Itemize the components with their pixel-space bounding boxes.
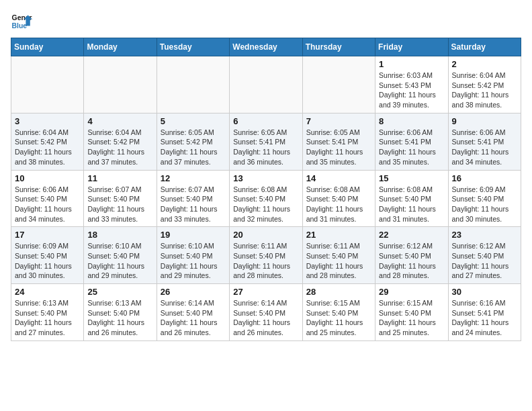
empty-cell [230, 56, 302, 113]
day-info: Sunrise: 6:04 AM Sunset: 5:42 PM Dayligh… [15, 128, 80, 167]
empty-cell [157, 56, 229, 113]
day-info: Sunrise: 6:10 AM Sunset: 5:40 PM Dayligh… [87, 241, 152, 281]
week-row-2: 3Sunrise: 6:04 AM Sunset: 5:42 PM Daylig… [11, 113, 521, 170]
day-cell-19: 19Sunrise: 6:10 AM Sunset: 5:40 PM Dayli… [157, 227, 229, 284]
day-number: 12 [161, 173, 226, 183]
day-number: 23 [452, 230, 517, 240]
day-cell-4: 4Sunrise: 6:04 AM Sunset: 5:42 PM Daylig… [84, 113, 157, 170]
day-info: Sunrise: 6:05 AM Sunset: 5:42 PM Dayligh… [161, 128, 226, 167]
day-number: 18 [87, 230, 152, 240]
day-cell-2: 2Sunrise: 6:04 AM Sunset: 5:42 PM Daylig… [448, 56, 521, 113]
day-number: 27 [233, 287, 298, 297]
day-info: Sunrise: 6:04 AM Sunset: 5:42 PM Dayligh… [87, 128, 152, 167]
day-cell-16: 16Sunrise: 6:09 AM Sunset: 5:40 PM Dayli… [448, 170, 521, 227]
day-info: Sunrise: 6:14 AM Sunset: 5:40 PM Dayligh… [161, 298, 226, 338]
day-cell-1: 1Sunrise: 6:03 AM Sunset: 5:43 PM Daylig… [375, 56, 448, 113]
day-number: 3 [15, 116, 80, 126]
day-info: Sunrise: 6:10 AM Sunset: 5:40 PM Dayligh… [161, 241, 226, 281]
weekday-header-row: SundayMondayTuesdayWednesdayThursdayFrid… [11, 38, 521, 56]
empty-cell [302, 56, 375, 113]
day-info: Sunrise: 6:08 AM Sunset: 5:40 PM Dayligh… [306, 185, 371, 224]
day-number: 8 [379, 116, 444, 126]
day-cell-24: 24Sunrise: 6:13 AM Sunset: 5:40 PM Dayli… [11, 284, 84, 341]
day-info: Sunrise: 6:06 AM Sunset: 5:40 PM Dayligh… [15, 185, 80, 224]
day-number: 1 [379, 59, 444, 69]
day-cell-28: 28Sunrise: 6:15 AM Sunset: 5:40 PM Dayli… [302, 284, 375, 341]
day-info: Sunrise: 6:06 AM Sunset: 5:41 PM Dayligh… [452, 128, 517, 167]
day-info: Sunrise: 6:13 AM Sunset: 5:40 PM Dayligh… [87, 298, 152, 338]
day-cell-10: 10Sunrise: 6:06 AM Sunset: 5:40 PM Dayli… [11, 170, 84, 227]
day-cell-26: 26Sunrise: 6:14 AM Sunset: 5:40 PM Dayli… [157, 284, 229, 341]
week-row-3: 10Sunrise: 6:06 AM Sunset: 5:40 PM Dayli… [11, 170, 521, 227]
day-cell-13: 13Sunrise: 6:08 AM Sunset: 5:40 PM Dayli… [230, 170, 302, 227]
calendar-table: SundayMondayTuesdayWednesdayThursdayFrid… [11, 38, 521, 341]
day-number: 16 [452, 173, 517, 183]
day-info: Sunrise: 6:05 AM Sunset: 5:41 PM Dayligh… [233, 128, 298, 167]
day-cell-15: 15Sunrise: 6:08 AM Sunset: 5:40 PM Dayli… [375, 170, 448, 227]
day-cell-5: 5Sunrise: 6:05 AM Sunset: 5:42 PM Daylig… [157, 113, 229, 170]
day-number: 7 [306, 116, 371, 126]
day-info: Sunrise: 6:12 AM Sunset: 5:40 PM Dayligh… [379, 241, 444, 281]
day-number: 10 [15, 173, 80, 183]
weekday-header-thursday: Thursday [302, 38, 375, 56]
empty-cell [84, 56, 157, 113]
day-cell-3: 3Sunrise: 6:04 AM Sunset: 5:42 PM Daylig… [11, 113, 84, 170]
logo-icon: General Blue [11, 11, 32, 32]
day-cell-14: 14Sunrise: 6:08 AM Sunset: 5:40 PM Dayli… [302, 170, 375, 227]
page-header: General Blue [11, 11, 521, 32]
day-info: Sunrise: 6:03 AM Sunset: 5:43 PM Dayligh… [379, 71, 444, 110]
day-cell-22: 22Sunrise: 6:12 AM Sunset: 5:40 PM Dayli… [375, 227, 448, 284]
logo: General Blue [11, 11, 36, 32]
weekday-header-saturday: Saturday [448, 38, 521, 56]
day-number: 22 [379, 230, 444, 240]
day-cell-25: 25Sunrise: 6:13 AM Sunset: 5:40 PM Dayli… [84, 284, 157, 341]
weekday-header-monday: Monday [84, 38, 157, 56]
day-cell-23: 23Sunrise: 6:12 AM Sunset: 5:40 PM Dayli… [448, 227, 521, 284]
day-cell-6: 6Sunrise: 6:05 AM Sunset: 5:41 PM Daylig… [230, 113, 302, 170]
week-row-4: 17Sunrise: 6:09 AM Sunset: 5:40 PM Dayli… [11, 227, 521, 284]
day-info: Sunrise: 6:15 AM Sunset: 5:40 PM Dayligh… [379, 298, 444, 338]
day-number: 17 [15, 230, 80, 240]
day-cell-29: 29Sunrise: 6:15 AM Sunset: 5:40 PM Dayli… [375, 284, 448, 341]
day-cell-12: 12Sunrise: 6:07 AM Sunset: 5:40 PM Dayli… [157, 170, 229, 227]
day-number: 30 [452, 287, 517, 297]
day-info: Sunrise: 6:06 AM Sunset: 5:41 PM Dayligh… [379, 128, 444, 167]
day-number: 4 [87, 116, 152, 126]
day-cell-7: 7Sunrise: 6:05 AM Sunset: 5:41 PM Daylig… [302, 113, 375, 170]
day-cell-30: 30Sunrise: 6:16 AM Sunset: 5:41 PM Dayli… [448, 284, 521, 341]
day-cell-18: 18Sunrise: 6:10 AM Sunset: 5:40 PM Dayli… [84, 227, 157, 284]
svg-text:Blue: Blue [12, 22, 28, 30]
day-cell-21: 21Sunrise: 6:11 AM Sunset: 5:40 PM Dayli… [302, 227, 375, 284]
day-number: 5 [161, 116, 226, 126]
day-number: 19 [161, 230, 226, 240]
weekday-header-wednesday: Wednesday [230, 38, 302, 56]
empty-cell [11, 56, 84, 113]
day-info: Sunrise: 6:07 AM Sunset: 5:40 PM Dayligh… [87, 185, 152, 224]
day-number: 2 [452, 59, 517, 69]
day-info: Sunrise: 6:15 AM Sunset: 5:40 PM Dayligh… [306, 298, 371, 338]
day-info: Sunrise: 6:05 AM Sunset: 5:41 PM Dayligh… [306, 128, 371, 167]
day-number: 14 [306, 173, 371, 183]
day-number: 26 [161, 287, 226, 297]
day-info: Sunrise: 6:12 AM Sunset: 5:40 PM Dayligh… [452, 241, 517, 281]
weekday-header-sunday: Sunday [11, 38, 84, 56]
day-cell-20: 20Sunrise: 6:11 AM Sunset: 5:40 PM Dayli… [230, 227, 302, 284]
day-info: Sunrise: 6:11 AM Sunset: 5:40 PM Dayligh… [306, 241, 371, 281]
week-row-5: 24Sunrise: 6:13 AM Sunset: 5:40 PM Dayli… [11, 284, 521, 341]
day-number: 20 [233, 230, 298, 240]
day-cell-9: 9Sunrise: 6:06 AM Sunset: 5:41 PM Daylig… [448, 113, 521, 170]
day-number: 15 [379, 173, 444, 183]
day-info: Sunrise: 6:08 AM Sunset: 5:40 PM Dayligh… [233, 185, 298, 224]
day-info: Sunrise: 6:09 AM Sunset: 5:40 PM Dayligh… [15, 241, 80, 281]
day-number: 6 [233, 116, 298, 126]
day-info: Sunrise: 6:04 AM Sunset: 5:42 PM Dayligh… [452, 71, 517, 110]
day-info: Sunrise: 6:14 AM Sunset: 5:40 PM Dayligh… [233, 298, 298, 338]
day-number: 13 [233, 173, 298, 183]
day-info: Sunrise: 6:13 AM Sunset: 5:40 PM Dayligh… [15, 298, 80, 338]
day-number: 28 [306, 287, 371, 297]
day-cell-17: 17Sunrise: 6:09 AM Sunset: 5:40 PM Dayli… [11, 227, 84, 284]
day-info: Sunrise: 6:07 AM Sunset: 5:40 PM Dayligh… [161, 185, 226, 224]
day-cell-8: 8Sunrise: 6:06 AM Sunset: 5:41 PM Daylig… [375, 113, 448, 170]
day-info: Sunrise: 6:16 AM Sunset: 5:41 PM Dayligh… [452, 298, 517, 338]
day-number: 21 [306, 230, 371, 240]
